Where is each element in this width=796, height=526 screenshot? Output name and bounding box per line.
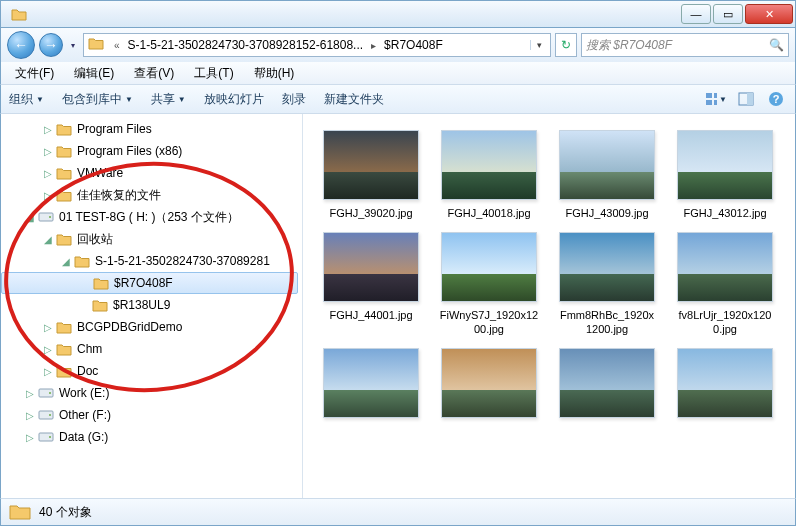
command-bar: 组织▼ 包含到库中▼ 共享▼ 放映幻灯片 刻录 新建文件夹 ▼ ? (0, 84, 796, 114)
file-item[interactable] (321, 348, 421, 424)
expand-icon[interactable]: ▷ (23, 432, 37, 443)
file-item[interactable]: FGHJ_39020.jpg (321, 130, 421, 220)
tree-item[interactable]: ▷BCGPDBGridDemo (1, 316, 302, 338)
tree-item[interactable]: ▷$R138UL9 (1, 294, 302, 316)
tree-item[interactable]: ▷Program Files (x86) (1, 140, 302, 162)
tree-item-label: Work (E:) (59, 386, 109, 400)
nav-forward-button[interactable]: → (39, 33, 63, 57)
file-name: FiWnyS7J_1920x1200.jpg (439, 308, 539, 336)
tree-item[interactable]: ◢S-1-5-21-3502824730-37089281 (1, 250, 302, 272)
tree-item[interactable]: ▷Doc (1, 360, 302, 382)
slideshow-button[interactable]: 放映幻灯片 (204, 91, 264, 108)
expand-icon[interactable]: ▷ (41, 366, 55, 377)
file-name: FGHJ_44001.jpg (321, 308, 421, 322)
folder-icon (55, 319, 73, 335)
menu-tools[interactable]: 工具(T) (188, 63, 239, 84)
tree-item[interactable]: ▷Data (G:) (1, 426, 302, 448)
file-name: FGHJ_40018.jpg (439, 206, 539, 220)
expand-icon[interactable]: ▷ (41, 344, 55, 355)
minimize-button[interactable]: — (681, 4, 711, 24)
file-item[interactable]: FGHJ_40018.jpg (439, 130, 539, 220)
nav-bar: ← → ▾ « S-1-5-21-3502824730-3708928152-6… (0, 28, 796, 62)
folder-icon (55, 341, 73, 357)
folder-tree[interactable]: ▷Program Files▷Program Files (x86)▷VMWar… (1, 114, 303, 498)
breadcrumb-part[interactable]: $R7O408F (380, 36, 447, 54)
collapse-icon[interactable]: ◢ (59, 256, 73, 267)
breadcrumb-separator: « (110, 40, 124, 51)
tree-item-label: Data (G:) (59, 430, 108, 444)
address-bar[interactable]: « S-1-5-21-3502824730-3708928152-61808..… (83, 33, 551, 57)
file-item[interactable] (557, 348, 657, 424)
include-in-library-button[interactable]: 包含到库中▼ (62, 91, 133, 108)
expand-icon[interactable]: ▷ (41, 124, 55, 135)
collapse-icon[interactable]: ◢ (41, 234, 55, 245)
expand-icon[interactable]: ▷ (23, 410, 37, 421)
address-dropdown[interactable]: ▾ (530, 40, 548, 50)
tree-item-label: VMWare (77, 166, 123, 180)
tree-item-label: Chm (77, 342, 102, 356)
tree-item[interactable]: ◢01 TEST-8G ( H: )（253 个文件） (1, 206, 302, 228)
search-placeholder: 搜索 $R7O408F (586, 37, 672, 54)
collapse-icon[interactable]: ◢ (23, 212, 37, 223)
file-item[interactable] (675, 348, 775, 424)
menu-file[interactable]: 文件(F) (9, 63, 60, 84)
close-button[interactable]: ✕ (745, 4, 793, 24)
tree-item[interactable]: ▷Program Files (1, 118, 302, 140)
expand-icon[interactable]: ▷ (41, 190, 55, 201)
title-bar: — ▭ ✕ (0, 0, 796, 28)
file-item[interactable]: fv8LrUjr_1920x1200.jpg (675, 232, 775, 336)
new-folder-button[interactable]: 新建文件夹 (324, 91, 384, 108)
tree-item[interactable]: ▷Chm (1, 338, 302, 360)
folder-icon (55, 143, 73, 159)
file-item[interactable]: Fmm8RhBc_1920x1200.jpg (557, 232, 657, 336)
menu-edit[interactable]: 编辑(E) (68, 63, 120, 84)
share-button[interactable]: 共享▼ (151, 91, 186, 108)
status-count: 40 个对象 (39, 504, 92, 521)
refresh-button[interactable]: ↻ (555, 33, 577, 57)
view-options-button[interactable]: ▼ (705, 88, 727, 110)
file-item[interactable]: FiWnyS7J_1920x1200.jpg (439, 232, 539, 336)
burn-button[interactable]: 刻录 (282, 91, 306, 108)
tree-item[interactable]: ▷$R7O408F (1, 272, 298, 294)
breadcrumb-separator: ▸ (367, 40, 380, 51)
tree-item[interactable]: ▷佳佳恢复的文件 (1, 184, 302, 206)
preview-pane-button[interactable] (735, 88, 757, 110)
menu-view[interactable]: 查看(V) (128, 63, 180, 84)
thumbnail (677, 348, 773, 418)
search-input[interactable]: 搜索 $R7O408F 🔍 (581, 33, 789, 57)
expand-icon[interactable]: ▷ (41, 168, 55, 179)
thumbnail (559, 130, 655, 200)
file-item[interactable]: FGHJ_43012.jpg (675, 130, 775, 220)
tree-item-label: Program Files (x86) (77, 144, 182, 158)
expand-icon[interactable]: ▷ (23, 388, 37, 399)
content-pane[interactable]: FGHJ_39020.jpgFGHJ_40018.jpgFGHJ_43009.j… (303, 114, 795, 498)
tree-item[interactable]: ▷VMWare (1, 162, 302, 184)
thumbnail (323, 348, 419, 418)
expand-icon[interactable]: ▷ (41, 146, 55, 157)
file-name: fv8LrUjr_1920x1200.jpg (675, 308, 775, 336)
nav-back-button[interactable]: ← (7, 31, 35, 59)
svg-rect-5 (747, 93, 753, 105)
breadcrumb-part[interactable]: S-1-5-21-3502824730-3708928152-61808... (124, 36, 368, 54)
file-name: FGHJ_43009.jpg (557, 206, 657, 220)
file-name: FGHJ_43012.jpg (675, 206, 775, 220)
svg-text:?: ? (773, 93, 780, 105)
thumbnail (559, 348, 655, 418)
file-item[interactable]: FGHJ_44001.jpg (321, 232, 421, 336)
file-item[interactable] (439, 348, 539, 424)
window-icon (9, 4, 29, 24)
organize-button[interactable]: 组织▼ (9, 91, 44, 108)
thumbnail (441, 348, 537, 418)
drive-icon (37, 385, 55, 401)
folder-icon (55, 121, 73, 137)
nav-history-dropdown[interactable]: ▾ (67, 33, 79, 57)
menu-help[interactable]: 帮助(H) (248, 63, 301, 84)
tree-item[interactable]: ▷Other (F:) (1, 404, 302, 426)
maximize-button[interactable]: ▭ (713, 4, 743, 24)
help-button[interactable]: ? (765, 88, 787, 110)
svg-rect-3 (714, 100, 717, 105)
file-item[interactable]: FGHJ_43009.jpg (557, 130, 657, 220)
tree-item[interactable]: ◢回收站 (1, 228, 302, 250)
tree-item[interactable]: ▷Work (E:) (1, 382, 302, 404)
expand-icon[interactable]: ▷ (41, 322, 55, 333)
